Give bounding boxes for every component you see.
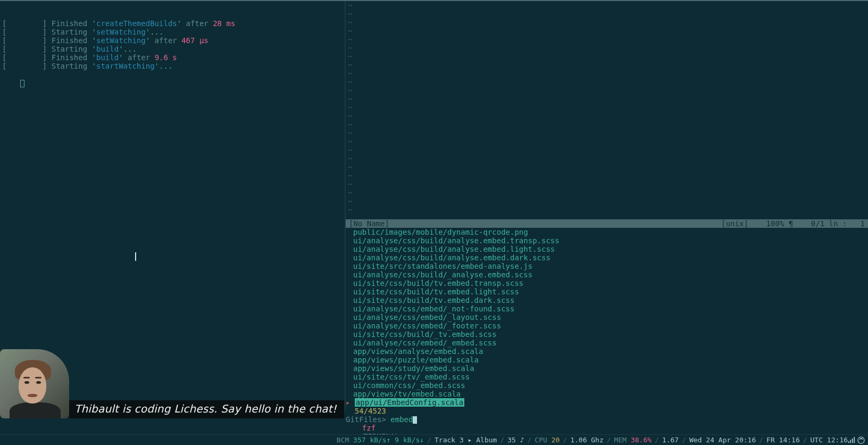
editor-right[interactable]: ~ ~ ~ ~ ~ ~ ~ ~ ~ ~ ~ ~ ~ ~ ~ ~ ~ ~ ~ ~ …: [346, 1, 868, 411]
fzf-item[interactable]: ui/site/src/standalones/embed-analyse.js: [353, 262, 868, 270]
fzf-item[interactable]: ui/analyse/css/embed/_layout.scss: [353, 313, 868, 322]
mem-label: MEM: [614, 436, 631, 444]
svg-rect-2: [852, 438, 853, 443]
fzf-item[interactable]: ui/analyse/css/build/analyse.embed.dark.…: [353, 253, 868, 262]
fzf-title: fzf: [346, 424, 868, 432]
log-line: [ ] Finished 'createThemedBuilds' after …: [2, 19, 343, 28]
fzf-result-list[interactable]: public/images/mobile/dynamic-qrcode.pngu…: [346, 228, 868, 411]
fzf-item[interactable]: app/views/analyse/embed.scala: [353, 347, 868, 356]
cpu-value: 20: [552, 436, 560, 444]
fzf-item[interactable]: ui/analyse/css/embed/_not-found.scss: [353, 304, 868, 313]
clock-utc: UTC 12:16: [811, 436, 848, 444]
fzf-item[interactable]: ui/common/css/_embed.scss: [353, 381, 868, 390]
fzf-item[interactable]: ui/analyse/css/build/analyse.embed.light…: [353, 245, 868, 253]
terminal-cursor: [20, 80, 24, 87]
fzf-item[interactable]: ui/site/css/build/tv.embed.transp.scss: [353, 279, 868, 287]
fzf-item[interactable]: ui/site/css/tv/_embed.scss: [353, 373, 868, 381]
mem-value: 38.6%: [631, 436, 652, 444]
svg-rect-3: [854, 436, 855, 442]
fzf-item[interactable]: ui/analyse/css/build/_analyse.embed.scss: [353, 270, 868, 279]
fzf-item[interactable]: app/views/tv/embed.scala: [353, 390, 868, 398]
svg-rect-0: [848, 441, 849, 443]
webcam-overlay: [0, 349, 69, 418]
log-line: [ ] Starting 'build'...: [2, 45, 343, 53]
fzf-item[interactable]: ui/analyse/css/build/analyse.embed.trans…: [353, 236, 868, 245]
file-encoding: [unix]: [721, 219, 748, 228]
music-track: Track 3 ▸ Album: [435, 436, 497, 444]
net-label: BCM: [337, 436, 353, 444]
clock-local: Wed 24 Apr 20:16: [689, 436, 756, 444]
fzf-item[interactable]: ui/site/css/build/tv.embed.dark.scss: [353, 296, 868, 304]
fzf-item[interactable]: app/views/study/embed.scala: [353, 364, 868, 373]
system-statusbar: BCM 357 kB/s↑ 9 kB/s↓ / Track 3 ▸ Album …: [0, 434, 868, 445]
fzf-item[interactable]: ui/analyse/css/embed/_embed.scss: [353, 339, 868, 347]
terminal-left[interactable]: [ ] Finished 'createThemedBuilds' after …: [0, 1, 345, 411]
cursor-position: 0/1 ln : 1: [811, 219, 865, 228]
cpu-ghz: 1.06 Ghz: [570, 436, 604, 444]
log-line: [ ] Starting 'setWatching'...: [2, 28, 343, 36]
load-avg: 1.67: [662, 436, 679, 444]
screen: [ ] Finished 'createThemedBuilds' after …: [0, 0, 868, 445]
stream-caption: Thibault is coding Lichess. Say hello in…: [69, 400, 344, 418]
svg-rect-1: [850, 440, 851, 443]
buffer-name: [No Name]: [349, 219, 389, 228]
net-down: 9 kB/s↓: [395, 436, 424, 444]
net-up: 357 kB/s↑: [353, 436, 395, 444]
music-extra: 35 ♪: [507, 436, 524, 444]
fzf-item[interactable]: public/images/mobile/dynamic-qrcode.png: [353, 228, 868, 236]
vim-statusline: [No Name] [unix] 100% ¶ 0/1 ln : 1: [346, 219, 868, 228]
cpu-label: CPU: [535, 436, 551, 444]
fzf-item[interactable]: ui/site/css/build/tv.embed.light.scss: [353, 287, 868, 296]
text-caret: [135, 252, 136, 261]
signal-icon: [848, 436, 855, 444]
log-line: [ ] Starting 'startWatching'...: [2, 62, 343, 70]
tray-icons[interactable]: [848, 436, 865, 444]
log-line: [ ] Finished 'setWatching' after 467 μs: [2, 36, 343, 45]
clock-fr: FR 14:16: [766, 436, 800, 444]
obs-icon: [857, 436, 865, 444]
log-line: [ ] Finished 'build' after 9.6 s: [2, 53, 343, 62]
fzf-item[interactable]: ui/analyse/css/embed/_footer.scss: [353, 322, 868, 330]
fzf-item[interactable]: app/views/puzzle/embed.scala: [353, 356, 868, 364]
vim-empty-lines: ~ ~ ~ ~ ~ ~ ~ ~ ~ ~ ~ ~ ~ ~ ~ ~ ~ ~ ~ ~ …: [346, 1, 868, 214]
scroll-percent: 100% ¶: [766, 219, 794, 228]
fzf-count: 54/4523: [346, 407, 868, 415]
fzf-prompt[interactable]: GitFiles> embed: [346, 415, 868, 424]
fzf-item-selected[interactable]: ▸ app/ui/EmbedConfig.scala: [346, 398, 868, 407]
fzf-item[interactable]: ui/site/css/build/_tv.embed.scss: [353, 330, 868, 339]
